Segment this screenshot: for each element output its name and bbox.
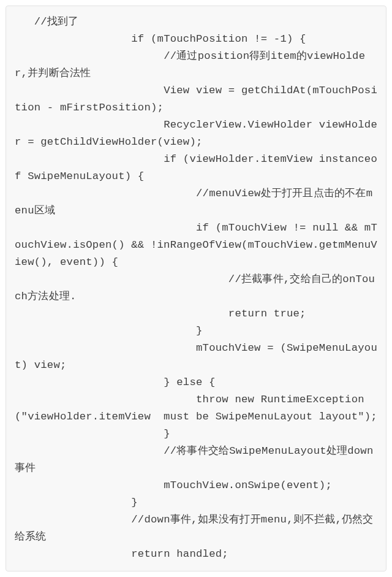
code-line: View view = getChildAt(mTouchPosition - …: [15, 85, 377, 113]
code-line: //menuView处于打开且点击的不在menu区域: [15, 188, 372, 216]
code-line: //拦截事件,交给自己的onTouch方法处理.: [15, 273, 375, 302]
code-line: return true;: [15, 308, 306, 319]
code-line: mTouchView = (SwipeMenuLayout) view;: [15, 342, 377, 371]
code-line: if (mTouchPosition != -1) {: [15, 33, 306, 45]
code-line: RecyclerView.ViewHolder viewHolder = get…: [15, 119, 377, 148]
code-line: throw new RuntimeException("viewHolder.i…: [15, 394, 377, 422]
code-line: } else {: [15, 376, 216, 388]
code-line: mTouchView.onSwipe(event);: [15, 480, 332, 491]
code-line: }: [15, 325, 203, 337]
code-line: if (mTouchView != null && mTouchView.isO…: [15, 222, 377, 268]
code-block: //找到了 if (mTouchPosition != -1) { //通过po…: [6, 6, 386, 571]
code-line: }: [15, 428, 170, 440]
code-line: }: [15, 497, 138, 508]
code-line: if (viewHolder.itemView instanceof Swipe…: [15, 153, 377, 182]
code-line: //通过position得到item的viewHolder,并判断合法性: [15, 50, 365, 79]
code-line: return handled;: [15, 548, 228, 560]
code-line: //将事件交给SwipeMenuLayout处理down事件: [15, 445, 374, 474]
code-line: //找到了: [15, 16, 78, 28]
code-line: //down事件,如果没有打开menu,则不拦截,仍然交给系统: [15, 514, 374, 543]
